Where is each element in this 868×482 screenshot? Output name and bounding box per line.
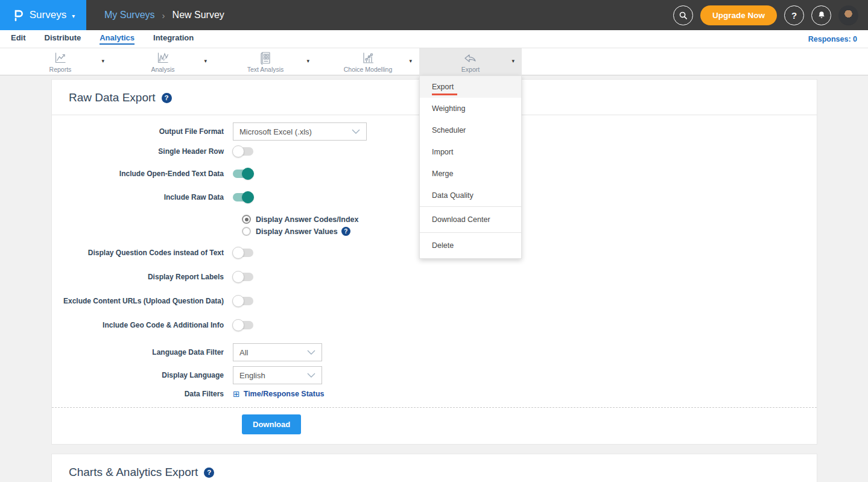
menu-item-weighting[interactable]: Weighting (420, 98, 521, 119)
menu-item-download-center[interactable]: Download Center (420, 206, 521, 232)
toolbar-export[interactable]: Export ▾ (419, 48, 522, 75)
display-language-select[interactable]: English (233, 366, 322, 384)
tab-distribute[interactable]: Distribute (45, 33, 81, 45)
responses-count: Responses: 0 (808, 35, 857, 43)
language-data-filter-select[interactable]: All (233, 343, 322, 361)
breadcrumb-current: New Survey (173, 10, 224, 21)
tab-integration[interactable]: Integration (153, 33, 194, 45)
menu-item-delete[interactable]: Delete (420, 232, 521, 258)
questionpro-logo-icon (11, 9, 24, 22)
language-data-filter-row: Language Data Filter All (52, 343, 817, 361)
download-row: Download (52, 408, 817, 444)
menu-item-export[interactable]: Export (420, 76, 521, 98)
analytics-toolbar: Reports ▾ Analysis ▾ Text Analysis ▾ Cho… (0, 48, 868, 75)
caret-down-icon[interactable]: ▾ (512, 58, 515, 64)
caret-down-icon[interactable]: ▾ (204, 58, 207, 64)
chevron-down-icon (352, 129, 360, 134)
question-mark-icon: ? (791, 10, 797, 21)
time-response-status-link[interactable]: ⊞ Time/Response Status (233, 389, 325, 399)
upgrade-now-button[interactable]: Upgrade Now (700, 5, 777, 25)
include-open-ended-toggle[interactable] (233, 170, 253, 178)
menu-item-import[interactable]: Import (420, 141, 521, 163)
toolbar-reports[interactable]: Reports ▾ (9, 48, 112, 75)
menu-item-data-quality[interactable]: Data Quality (420, 185, 521, 206)
search-icon (679, 11, 688, 20)
top-bar: Surveys ▾ My Surveys › New Survey Upgrad… (0, 0, 868, 30)
document-grid-icon (258, 51, 273, 65)
caret-down-icon[interactable]: ▾ (409, 58, 412, 64)
help-icon[interactable]: ? (162, 93, 172, 103)
nav-tabs: Edit Distribute Analytics Integration (11, 33, 808, 45)
trend-chart-icon (156, 51, 170, 65)
survey-nav: Edit Distribute Analytics Integration Re… (0, 30, 868, 48)
line-chart-icon (53, 51, 68, 65)
display-report-labels-toggle[interactable] (233, 273, 253, 281)
display-question-codes-toggle[interactable] (233, 249, 253, 257)
page-title: Raw Data Export (69, 91, 156, 104)
section-title: Charts & Analytics Export (69, 466, 198, 479)
notifications-button[interactable] (811, 5, 831, 25)
product-label: Surveys (30, 9, 66, 21)
single-header-row-toggle[interactable] (233, 147, 253, 156)
export-arrow-icon (463, 51, 478, 65)
toolbar-analysis[interactable]: Analysis ▾ (112, 48, 214, 75)
menu-item-merge[interactable]: Merge (420, 163, 521, 185)
tab-analytics[interactable]: Analytics (100, 33, 135, 45)
output-file-format-select[interactable]: Microsoft Excel (.xls) (233, 122, 367, 141)
exclude-content-urls-toggle[interactable] (233, 297, 253, 305)
topbar-actions: Upgrade Now ? (673, 0, 868, 30)
scatter-chart-icon (361, 51, 375, 65)
toolbar-text-analysis[interactable]: Text Analysis ▾ (214, 48, 317, 75)
display-answer-codes-radio[interactable] (242, 215, 251, 224)
field-label: Output File Format (52, 127, 233, 136)
display-answer-values-radio[interactable] (242, 227, 251, 236)
charts-analytics-export-panel: Charts & Analytics Export ? (51, 454, 817, 482)
display-report-labels-row: Display Report Labels (52, 271, 817, 283)
data-filters-row: Data Filters ⊞ Time/Response Status (52, 389, 817, 399)
help-button[interactable]: ? (784, 5, 804, 25)
include-raw-data-toggle[interactable] (233, 193, 253, 201)
bell-icon (817, 11, 826, 19)
breadcrumb-separator-icon: › (162, 10, 165, 21)
product-switcher[interactable]: Surveys ▾ (0, 0, 86, 30)
download-button[interactable]: Download (242, 414, 301, 434)
panel-header: Charts & Analytics Export ? (52, 454, 817, 482)
exclude-content-urls-row: Exclude Content URLs (Upload Question Da… (52, 295, 817, 307)
search-button[interactable] (673, 5, 693, 25)
menu-item-scheduler[interactable]: Scheduler (420, 119, 521, 141)
breadcrumb: My Surveys › New Survey (86, 0, 673, 30)
help-icon[interactable]: ? (341, 227, 350, 236)
tab-edit[interactable]: Edit (11, 33, 26, 45)
include-geo-code-row: Include Geo Code & Additional Info (52, 319, 817, 331)
display-language-row: Display Language English (52, 366, 817, 384)
user-avatar[interactable] (838, 5, 858, 25)
caret-down-icon[interactable]: ▾ (306, 58, 309, 64)
plus-square-icon: ⊞ (233, 389, 240, 399)
help-icon[interactable]: ? (204, 468, 214, 478)
chevron-down-icon (307, 373, 315, 378)
include-geo-code-toggle[interactable] (233, 321, 253, 329)
toolbar-choice-modelling[interactable]: Choice Modelling ▾ (317, 48, 419, 75)
export-menu: Export Weighting Scheduler Import Merge … (419, 75, 522, 259)
chevron-down-icon: ▾ (72, 13, 75, 19)
chevron-down-icon (307, 350, 315, 355)
caret-down-icon[interactable]: ▾ (101, 58, 104, 64)
breadcrumb-my-surveys[interactable]: My Surveys (104, 10, 155, 21)
